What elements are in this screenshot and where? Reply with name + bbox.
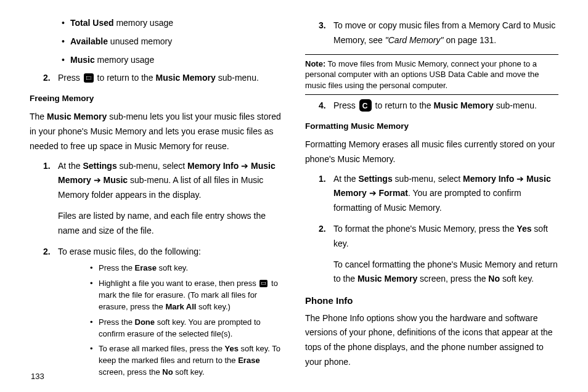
page-number: 133 — [31, 372, 44, 381]
format-steps: 1. At the Settings sub-menu, select Memo… — [305, 172, 558, 287]
list-item-rest: unused memory — [108, 36, 172, 46]
back-key-icon — [359, 99, 372, 112]
text: soft key. — [500, 274, 534, 284]
text: sub-menu, select — [393, 174, 463, 184]
return-step: 4. Press to return to the Music Memory s… — [305, 99, 558, 113]
text: screen, press the — [417, 274, 488, 284]
text: Press the — [99, 317, 135, 327]
text: screen, press the — [99, 367, 162, 377]
right-column: 3. To move or copy music files from a Me… — [305, 15, 558, 386]
step-list: 2. Press to return to the Music Memory s… — [30, 71, 283, 86]
step-item: 1. At the Settings sub-menu, select Memo… — [319, 172, 558, 216]
text: To format the phone's Music Memory, pres… — [333, 224, 517, 234]
heading-freeing-memory: Freeing Memory — [30, 92, 283, 106]
text: Press — [333, 100, 358, 110]
step-number: 3. — [319, 18, 326, 33]
arrow-icon: ➔ — [91, 175, 104, 185]
text: to return to the — [373, 100, 434, 110]
step-item: 2. To erase music files, do the followin… — [43, 245, 283, 378]
text-bold: Music — [103, 175, 128, 185]
text-bold: Settings — [358, 174, 392, 184]
note-label: Note: — [305, 59, 325, 68]
paragraph: The Phone Info options show you the hard… — [305, 311, 558, 370]
text: Highlight a file you want to erase, then… — [99, 279, 258, 288]
step-bold: Music Memory — [156, 73, 216, 83]
erase-substeps: Press the Erase soft key. Highlight a fi… — [58, 263, 283, 378]
text: soft key. — [157, 263, 188, 272]
text: soft key.) — [196, 302, 230, 311]
heading-formatting: Formatting Music Memory — [305, 120, 558, 134]
divider — [305, 54, 558, 55]
list-item-bold: Available — [70, 36, 108, 46]
text: At the — [333, 174, 358, 184]
heading-phone-info: Phone Info — [305, 293, 558, 309]
text: sub-menu, select — [117, 161, 187, 171]
text: The — [30, 112, 47, 121]
divider — [305, 94, 558, 95]
list-item: Press the Erase soft key. — [90, 263, 283, 274]
note-block: Note: To move files from Music Memory, c… — [305, 59, 558, 91]
text-bold: No — [162, 367, 173, 377]
list-item-rest: memory usage — [114, 18, 173, 28]
paragraph: Files are listed by name, and each file … — [58, 209, 283, 239]
text: on page 131. — [444, 35, 497, 45]
paragraph: The Music Memory sub-menu lets you list … — [30, 110, 283, 153]
move-steps: 3. To move or copy music files from a Me… — [305, 18, 558, 48]
text-bold: Music Memory — [47, 112, 107, 121]
left-column: Total Used memory usage Available unused… — [30, 15, 283, 386]
text-bold: Yes — [224, 344, 238, 353]
step-number: 2. — [43, 245, 51, 259]
step-item: 1. At the Settings sub-menu, select Memo… — [43, 159, 283, 239]
arrow-icon: ➔ — [514, 174, 526, 184]
text: sub-menu. — [494, 100, 537, 110]
text-bold: Music Memory — [434, 100, 494, 110]
step-number: 2. — [43, 71, 51, 86]
text: To erase all marked files, press the — [99, 344, 224, 353]
paragraph: Formatting Memory erases all music files… — [305, 137, 558, 167]
text-bold: Memory Info — [187, 161, 239, 171]
list-item-rest: memory usage — [95, 55, 154, 65]
text-bold: Erase — [238, 356, 259, 365]
text: soft key. — [173, 367, 205, 377]
text-bold: Yes — [517, 224, 531, 234]
manual-page: Total Used memory usage Available unused… — [0, 0, 588, 392]
text-bold: Done — [135, 317, 155, 327]
step-number: 1. — [319, 172, 326, 187]
step-item: 2. Press to return to the Music Memory s… — [43, 71, 283, 86]
step-item: 3. To move or copy music files from a Me… — [319, 18, 558, 48]
text: Press the — [99, 263, 135, 272]
paragraph: To cancel formatting the phone's Music M… — [333, 258, 558, 287]
note-text: To move files from Music Memory, connect… — [305, 59, 539, 90]
arrow-icon: ➔ — [239, 161, 251, 171]
list-item: Highlight a file you want to erase, then… — [90, 278, 283, 313]
freeing-steps: 1. At the Settings sub-menu, select Memo… — [30, 159, 283, 378]
ok-key-icon — [259, 280, 267, 287]
step-text: Press — [58, 73, 83, 83]
arrow-icon: ➔ — [367, 188, 379, 198]
text: At the — [58, 161, 83, 171]
list-item-bold: Total Used — [70, 18, 114, 28]
text-bold: Settings — [83, 161, 116, 171]
list-item: Press the Done soft key. You are prompte… — [90, 317, 283, 340]
text: To erase music files, do the following: — [58, 247, 201, 256]
text-bold: No — [488, 274, 500, 284]
memory-usage-list: Total Used memory usage Available unused… — [30, 16, 283, 67]
text-italic: "Card Memory" — [385, 35, 444, 45]
text-bold: Erase — [135, 263, 157, 272]
list-item-bold: Music — [70, 55, 95, 65]
step-text: to return to the — [95, 73, 156, 83]
list-item: Music memory usage — [62, 53, 283, 68]
step-number: 2. — [319, 222, 326, 237]
text-bold: Memory Info — [463, 174, 514, 184]
text-bold: Mark All — [165, 302, 196, 311]
step-number: 1. — [43, 159, 51, 174]
step-number: 4. — [319, 99, 326, 113]
list-item: Available unused memory — [62, 35, 283, 49]
list-item: To erase all marked files, press the Yes… — [90, 343, 283, 378]
step-text: sub-menu. — [216, 73, 259, 83]
step-item: 4. Press to return to the Music Memory s… — [319, 99, 558, 113]
text-bold: Format — [378, 188, 407, 198]
ok-key-icon — [84, 73, 94, 83]
list-item: Total Used memory usage — [62, 16, 283, 31]
text-bold: Music Memory — [357, 274, 417, 284]
